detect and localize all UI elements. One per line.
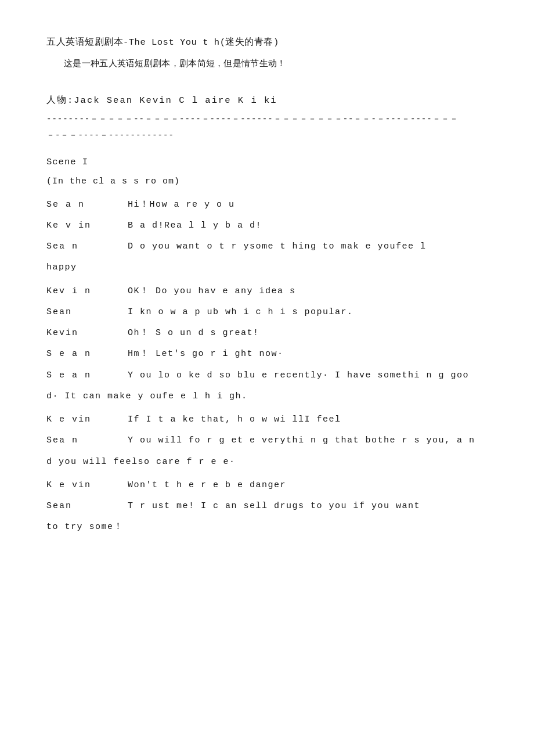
dialogue-row: SeanI kn o w a p ub wh i c h i s popular… [46, 305, 488, 320]
speaker-name: K e vin [46, 478, 128, 493]
dialogue-row: S e a nHm！ Let's go r i ght now· [46, 347, 488, 362]
page-title: 五人英语短剧剧本-The Lost You t h(迷失的青春) [46, 35, 488, 50]
dialogue-line: B a d!Rea l l y b a d! [128, 218, 488, 233]
dialogue-line: Oh！ S o un d s great! [128, 326, 488, 341]
divider-line-1: --------－－－－－--－－－－----－----－------－－－－－… [46, 113, 488, 127]
dialogue-line: OK！ Do you hav e any idea s [128, 284, 488, 299]
dialogue-line: Y ou will fo r g et e verythi n g that b… [128, 433, 488, 448]
divider-line-2: －-－－----－------------ [46, 129, 488, 143]
speaker-name: Kevin [46, 326, 128, 341]
dialogue-line: D o you want o t r ysome t hing to mak e… [128, 239, 488, 254]
dialogue-row: K e vinWon't t h e r e b e danger [46, 478, 488, 493]
dialogue-row: Sea nY ou will fo r g et e verythi n g t… [46, 433, 488, 448]
dialogue-row: K e vinIf I t a ke that, h o w wi llI fe… [46, 412, 488, 427]
dialogue-row: Kev i nOK！ Do you hav e any idea s [46, 284, 488, 299]
speaker-name: Sea n [46, 239, 128, 254]
dialogue-line: Hm！ Let's go r i ght now· [128, 347, 488, 362]
dialogue-line: I kn o w a p ub wh i c h i s popular. [128, 305, 488, 320]
speaker-name: K e vin [46, 412, 128, 427]
speaker-name: Sean [46, 499, 128, 514]
dialogue-line: Y ou lo o ke d so blu e recently· I have… [128, 368, 488, 383]
speaker-name: S e a n [46, 347, 128, 362]
dialogue-continuation: d· It can make y oufe e l h i gh. [46, 389, 488, 404]
stage-direction: (In the cl a s s ro om) [46, 174, 488, 189]
dialogue-line: If I t a ke that, h o w wi llI feel [128, 412, 488, 427]
speaker-name: Ke v in [46, 218, 128, 233]
speaker-name: Sea n [46, 433, 128, 448]
dialogue-line: T r ust me! I c an sell drugs to you if … [128, 499, 488, 514]
speaker-name: Se a n [46, 197, 128, 213]
dialogue-row: SeanT r ust me! I c an sell drugs to you… [46, 499, 488, 514]
dialogue-line: Hi！How a re y o u [128, 197, 488, 213]
dialogue-continuation: d you will feelso care f r e e· [46, 455, 488, 470]
dialogue-row: S e a nY ou lo o ke d so blu e recently·… [46, 368, 488, 383]
speaker-name: Sean [46, 305, 128, 320]
scene-heading: Scene I [46, 154, 488, 170]
subtitle: 这是一种五人英语短剧剧本，剧本简短，但是情节生动！ [46, 57, 488, 72]
dialogue-row: Sea nD o you want o t r ysome t hing to … [46, 239, 488, 254]
speaker-name: Kev i n [46, 284, 128, 299]
dialogue-line: Won't t h e r e b e danger [128, 478, 488, 493]
characters-line: 人物:Jack Sean Kevin C l aire K i ki [46, 93, 488, 108]
dialogue-row: Ke v inB a d!Rea l l y b a d! [46, 218, 488, 233]
dialogue-continuation: to try some！ [46, 520, 488, 535]
dialogue-row: KevinOh！ S o un d s great! [46, 326, 488, 341]
dialogue-row: Se a nHi！How a re y o u [46, 197, 488, 213]
speaker-name: S e a n [46, 368, 128, 383]
dialogues-container: Se a nHi！How a re y o uKe v inB a d!Rea … [46, 197, 488, 535]
dialogue-continuation: happy [46, 260, 488, 275]
